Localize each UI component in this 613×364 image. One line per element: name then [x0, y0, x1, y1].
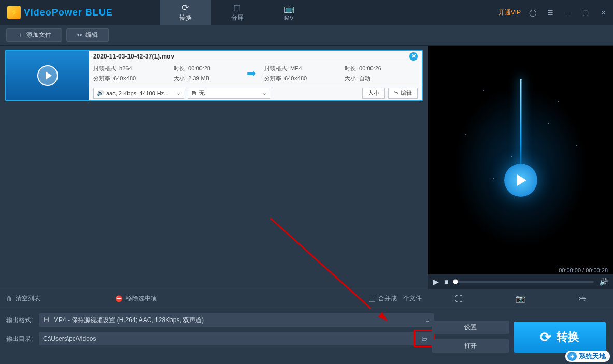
- clear-label: 清空列表: [16, 294, 40, 303]
- src-duration: 时长: 00:00:28: [174, 65, 238, 72]
- output-dir-field[interactable]: C:\Users\pc\Videos 🗁: [39, 332, 434, 345]
- output-format-select[interactable]: 🎞 MP4 - 保持源视频设置 (H.264; AAC, 128Kbps, 双声…: [39, 313, 434, 327]
- maximize-icon[interactable]: ▢: [580, 7, 591, 18]
- file-info: 2020-11-03-10-42-37(1).mov ✕ 封装格式: h264 …: [89, 51, 422, 100]
- volume-icon[interactable]: 🔊: [599, 278, 608, 286]
- convert-label: 转换: [557, 329, 579, 345]
- watermark-text: 系统天地: [579, 352, 606, 361]
- app-title: VideoPower BLUE: [24, 7, 113, 18]
- file-meta: 封装格式: h264 分辨率: 640×480 时长: 00:00:28 大小:…: [89, 62, 422, 85]
- dst-col2: 时长: 00:00:26 大小: 自动: [345, 65, 396, 82]
- user-icon[interactable]: ◯: [527, 7, 538, 18]
- refresh-icon: ⟳: [540, 329, 551, 345]
- player-controls: ▶ ■ 🔊: [428, 274, 613, 289]
- chevron-down-icon: ⌄: [176, 90, 181, 96]
- actions-row: 🗑 清空列表 ⛔ 移除选中项 合并成一个文件 ⛶ 📷 🗁: [0, 289, 613, 308]
- side-buttons: 设置 打开: [432, 321, 509, 353]
- convert-button[interactable]: ⟳ 转换: [514, 322, 606, 353]
- edit-button[interactable]: ✂ 编辑: [66, 28, 109, 42]
- tv-icon: 📺: [284, 4, 294, 13]
- folder-icon[interactable]: 🗁: [577, 294, 588, 303]
- close-icon[interactable]: ✕: [597, 7, 609, 18]
- src-col1: 封装格式: h264 分辨率: 640×480: [93, 65, 174, 82]
- dst-duration: 时长: 00:00:26: [345, 65, 396, 72]
- settings-button[interactable]: 设置: [432, 321, 509, 334]
- output-dir-row: 输出目录: C:\Users\pc\Videos 🗁: [6, 332, 434, 345]
- preview-play-icon: [504, 164, 537, 197]
- remove-icon: ⛔: [115, 295, 123, 302]
- output-format-label: 输出格式:: [6, 316, 35, 325]
- subtitle-icon: 🖹: [191, 90, 197, 96]
- tab-split[interactable]: ◫ 分屏: [211, 0, 263, 25]
- fullscreen-icon[interactable]: ⛶: [454, 294, 464, 303]
- remove-label: 移除选中项: [126, 294, 157, 303]
- header-controls: 开通VIP ◯ ☰ — ▢ ✕: [498, 7, 609, 18]
- main-tabs: ⟳ 转换 ◫ 分屏 📺 MV: [160, 0, 315, 25]
- output-area: 输出格式: 🎞 MP4 - 保持源视频设置 (H.264; AAC, 128Kb…: [0, 308, 613, 352]
- preview-panel: 00:00:00 / 00:00:28 ▶ ■ 🔊: [428, 46, 613, 289]
- logo-icon: ⚡: [7, 6, 21, 19]
- clear-list-button[interactable]: 🗑 清空列表: [6, 294, 40, 303]
- subtitle-value: 无: [199, 89, 205, 97]
- edit-clip-button[interactable]: ✂ 编辑: [388, 88, 418, 99]
- tab-convert[interactable]: ⟳ 转换: [160, 0, 211, 25]
- plus-icon: ＋: [17, 31, 23, 39]
- merge-checkbox[interactable]: 合并成一个文件: [369, 294, 422, 303]
- stop-button[interactable]: ■: [444, 278, 448, 286]
- scissors-icon: ✂: [394, 90, 398, 96]
- refresh-icon: ⟳: [182, 3, 189, 12]
- merge-label: 合并成一个文件: [378, 294, 422, 303]
- file-controls: 🔊 aac, 2 Kbps, 44100 Hz... ⌄ 🖹 无 ⌄ 大小 ✂ …: [89, 85, 422, 100]
- preview-time: 00:00:00 / 00:00:28: [428, 266, 613, 274]
- arrow-right-icon: ➡: [238, 67, 264, 80]
- src-res: 分辨率: 640×480: [93, 75, 174, 82]
- edit-clip-label: 编辑: [401, 89, 412, 97]
- file-thumbnail[interactable]: [6, 51, 89, 100]
- src-col2: 时长: 00:00:28 大小: 2.39 MB: [174, 65, 238, 82]
- app-header: ⚡ VideoPower BLUE ⟳ 转换 ◫ 分屏 📺 MV 开通VIP ◯…: [0, 0, 613, 25]
- play-button[interactable]: ▶: [433, 278, 439, 286]
- tab-convert-label: 转换: [179, 13, 192, 22]
- remove-selected-button[interactable]: ⛔ 移除选中项: [115, 294, 157, 303]
- edit-label: 编辑: [85, 31, 98, 39]
- audio-codec-select[interactable]: 🔊 aac, 2 Kbps, 44100 Hz... ⌄: [93, 88, 184, 99]
- snapshot-icon[interactable]: 📷: [516, 294, 526, 303]
- speaker-icon: 🔊: [97, 90, 104, 96]
- output-dir-label: 输出目录:: [6, 334, 35, 343]
- menu-icon[interactable]: ☰: [545, 7, 556, 18]
- output-dir-value: C:\Users\pc\Videos: [43, 335, 96, 342]
- dst-size: 大小: 自动: [345, 75, 396, 82]
- file-name: 2020-11-03-10-42-37(1).mov: [93, 53, 174, 60]
- add-file-label: 添加文件: [26, 31, 51, 39]
- audio-codec-value: aac, 2 Kbps, 44100 Hz...: [106, 90, 168, 96]
- output-format-row: 输出格式: 🎞 MP4 - 保持源视频设置 (H.264; AAC, 128Kb…: [6, 313, 434, 327]
- preview-canvas[interactable]: [428, 46, 613, 266]
- settings-label: 设置: [464, 323, 477, 332]
- size-button[interactable]: 大小: [362, 88, 385, 99]
- preview-tools: ⛶ 📷 🗁: [428, 289, 613, 308]
- dst-format: 封装格式: MP4: [264, 65, 345, 72]
- file-title-row: 2020-11-03-10-42-37(1).mov ✕: [89, 51, 422, 62]
- dst-col1: 封装格式: MP4 分辨率: 640×480: [264, 65, 345, 82]
- tab-split-label: 分屏: [231, 13, 244, 22]
- vip-link[interactable]: 开通VIP: [498, 8, 521, 17]
- watermark: ✦ 系统天地: [565, 351, 610, 362]
- remove-file-button[interactable]: ✕: [409, 52, 418, 61]
- file-card[interactable]: 2020-11-03-10-42-37(1).mov ✕ 封装格式: h264 …: [5, 50, 423, 101]
- chevron-down-icon: ⌄: [425, 316, 430, 324]
- seek-thumb[interactable]: [453, 280, 458, 284]
- globe-icon: ✦: [567, 352, 577, 361]
- tab-mv[interactable]: 📺 MV: [263, 0, 315, 25]
- open-folder-button[interactable]: 打开: [432, 339, 509, 353]
- add-file-button[interactable]: ＋ 添加文件: [6, 28, 62, 42]
- minimize-icon[interactable]: —: [562, 7, 574, 18]
- subtitle-select[interactable]: 🖹 无 ⌄: [188, 88, 270, 99]
- split-icon: ◫: [233, 3, 241, 12]
- toolbar: ＋ 添加文件 ✂ 编辑: [0, 25, 613, 46]
- trash-icon: 🗑: [6, 295, 12, 302]
- chevron-down-icon: ⌄: [262, 90, 267, 96]
- src-format: 封装格式: h264: [93, 65, 174, 72]
- format-icon: 🎞: [43, 316, 49, 324]
- seek-slider[interactable]: [453, 281, 594, 283]
- list-actions: 🗑 清空列表 ⛔ 移除选中项 合并成一个文件: [0, 289, 428, 308]
